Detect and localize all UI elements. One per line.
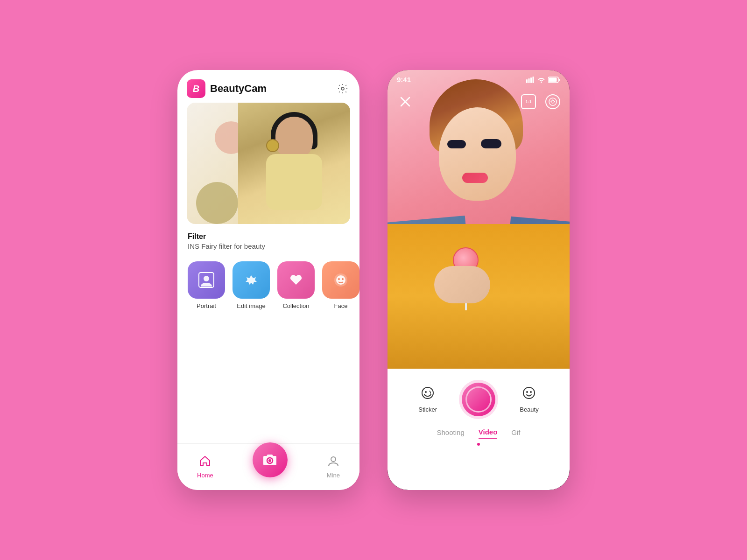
mode-tabs: Shooting Video Gif: [397, 421, 560, 441]
beauty-label: Beauty: [520, 406, 538, 413]
svg-rect-16: [549, 77, 557, 82]
person-figure: [252, 107, 336, 224]
feature-portrait[interactable]: Portrait: [188, 261, 225, 309]
decoration-circle-olive: [196, 182, 238, 224]
svg-rect-10: [526, 79, 528, 83]
sticker-label: Sticker: [418, 406, 437, 413]
feature-edit-image[interactable]: Edit image: [233, 261, 270, 309]
eye-left: [447, 140, 466, 148]
collection-label: Collection: [282, 302, 309, 309]
mine-icon: [327, 455, 339, 470]
beauty-control[interactable]: Beauty: [520, 386, 538, 413]
hand: [434, 266, 490, 303]
filter-subtitle: INS Fairy filter for beauty: [188, 242, 349, 250]
face-label: Face: [334, 302, 348, 309]
aspect-ratio-button[interactable]: 1:1: [521, 94, 536, 109]
app-header: B BeautyCam: [177, 70, 359, 103]
bottom-navigation: Home Mine: [177, 443, 359, 490]
feature-collection[interactable]: Collection: [277, 261, 315, 309]
svg-point-9: [331, 457, 336, 462]
filter-label: Filter: [188, 232, 349, 241]
lips: [462, 173, 488, 183]
shutter-inner: [465, 386, 492, 413]
svg-point-14: [541, 81, 542, 83]
settings-icon[interactable]: [335, 81, 350, 96]
edit-image-icon-box[interactable]: [233, 261, 270, 299]
status-bar: 9:41: [388, 70, 570, 87]
earring-decoration: [266, 139, 279, 152]
hero-banner: [187, 103, 350, 224]
collection-icon-box[interactable]: [277, 261, 315, 299]
person-head: [275, 117, 313, 159]
camera-fab-button[interactable]: [253, 442, 288, 477]
home-icon: [199, 455, 211, 470]
portrait-label: Portrait: [197, 302, 216, 309]
close-button[interactable]: [397, 93, 414, 110]
svg-point-21: [422, 387, 433, 399]
portrait-icon-box[interactable]: [188, 261, 225, 299]
filter-info: Filter INS Fairy filter for beauty: [177, 224, 359, 257]
flip-camera-button[interactable]: [545, 94, 560, 109]
home-label: Home: [197, 472, 213, 479]
person-body: [266, 154, 322, 210]
edit-image-label: Edit image: [237, 302, 265, 309]
svg-point-5: [338, 278, 340, 280]
svg-point-2: [204, 276, 209, 281]
svg-point-22: [425, 391, 427, 393]
status-time: 9:41: [397, 76, 411, 84]
svg-point-6: [342, 278, 344, 280]
tab-gif[interactable]: Gif: [511, 428, 520, 438]
camera-bottom-panel: Sticker Beauty Shooting Vi: [388, 369, 570, 490]
eye-right: [481, 139, 501, 148]
camera-control-row: Sticker Beauty: [397, 378, 560, 421]
face-icon-box[interactable]: [322, 261, 359, 299]
app-title: BeautyCam: [210, 83, 267, 95]
svg-rect-12: [530, 77, 532, 83]
sticker-icon: [421, 386, 435, 403]
svg-point-24: [526, 391, 528, 393]
tab-shooting[interactable]: Shooting: [437, 428, 465, 438]
svg-point-8: [268, 459, 271, 462]
svg-point-0: [341, 87, 344, 90]
feature-face[interactable]: Face: [322, 261, 359, 309]
shutter-button[interactable]: [462, 383, 495, 416]
svg-rect-13: [533, 77, 534, 83]
nav-home[interactable]: Home: [197, 455, 213, 479]
camera-viewfinder: 1:1: [388, 70, 570, 369]
right-phone: 9:41: [388, 70, 570, 490]
svg-point-25: [530, 391, 532, 393]
sticker-control[interactable]: Sticker: [418, 386, 437, 413]
tab-video[interactable]: Video: [479, 428, 498, 439]
active-dot: [477, 443, 480, 446]
nav-mine[interactable]: Mine: [327, 455, 340, 479]
svg-point-23: [523, 387, 535, 399]
face-shape: [439, 107, 516, 201]
status-icons: [526, 77, 560, 83]
active-mode-indicator: [397, 443, 560, 446]
hero-person-image: [238, 103, 350, 224]
feature-icons-row: Portrait Edit image Collection: [177, 257, 359, 314]
svg-point-20: [549, 98, 557, 105]
mine-label: Mine: [327, 472, 340, 479]
beauty-icon: [522, 386, 536, 403]
svg-rect-11: [529, 78, 530, 83]
logo-area: B BeautyCam: [187, 79, 267, 98]
app-logo: B: [187, 79, 205, 98]
left-phone: B BeautyCam F: [177, 70, 359, 490]
